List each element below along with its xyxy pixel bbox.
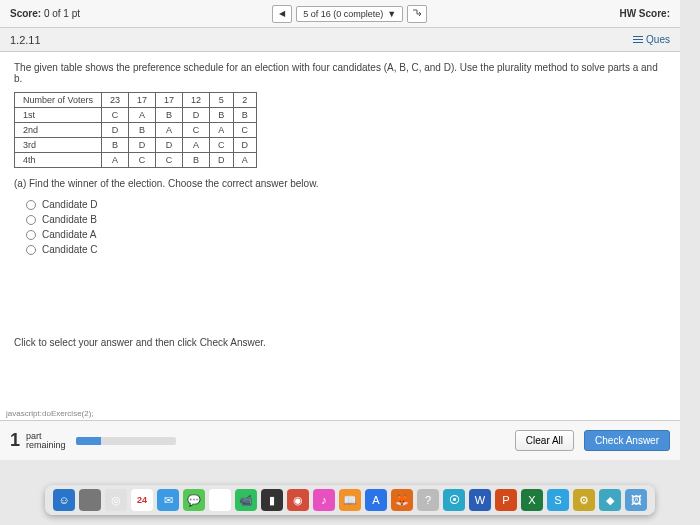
table-cell: C (183, 123, 210, 138)
table-cell: A (183, 138, 210, 153)
part-a-prompt: (a) Find the winner of the election. Cho… (14, 178, 666, 189)
table-cell: C (210, 138, 234, 153)
option-label: Candidate C (42, 244, 98, 255)
nav-controls: ◀ 5 of 16 (0 complete) ▼ (272, 5, 427, 23)
parts-label-2: remaining (26, 441, 66, 450)
table-row: 2ndDBACAC (15, 123, 257, 138)
parts-remaining: 1 part remaining (10, 430, 66, 451)
radio-icon (26, 245, 36, 255)
list-icon (633, 36, 643, 44)
app-window: Score: 0 of 1 pt ◀ 5 of 16 (0 complete) … (0, 0, 680, 460)
progress-dropdown[interactable]: 5 of 16 (0 complete) ▼ (296, 6, 403, 22)
table-row: 4thACCBDA (15, 153, 257, 168)
dock-terminal-icon[interactable]: ▮ (261, 489, 283, 511)
progress-text: 5 of 16 (0 complete) (303, 9, 383, 19)
option-label: Candidate B (42, 214, 97, 225)
hw-score-display: HW Score: (619, 8, 670, 19)
table-header-cell: 17 (156, 93, 183, 108)
table-cell: B (156, 108, 183, 123)
table-cell: C (156, 153, 183, 168)
answer-options: Candidate DCandidate BCandidate ACandida… (26, 197, 666, 257)
dock-powerpoint-icon[interactable]: P (495, 489, 517, 511)
table-cell: A (102, 153, 129, 168)
table-cell: D (210, 153, 234, 168)
table-header-cell: 12 (183, 93, 210, 108)
dock-photos-icon[interactable]: ✿ (209, 489, 231, 511)
question-number: 1.2.11 (10, 34, 41, 46)
table-header-cell: 5 (210, 93, 234, 108)
table-cell: 3rd (15, 138, 102, 153)
table-header-cell: 17 (129, 93, 156, 108)
table-cell: C (233, 123, 257, 138)
score-display: Score: 0 of 1 pt (10, 8, 80, 19)
table-cell: B (183, 153, 210, 168)
preference-table: Number of Voters2317171252 1stCABDBB2ndD… (14, 92, 257, 168)
question-help-link[interactable]: Ques (633, 34, 670, 45)
score-label: Score: (10, 8, 41, 19)
dock-app2-icon[interactable]: ⚙ (573, 489, 595, 511)
score-value: 0 of 1 pt (44, 8, 80, 19)
dock-preview-icon[interactable]: 🖼 (625, 489, 647, 511)
table-header-cell: 2 (233, 93, 257, 108)
table-cell: D (156, 138, 183, 153)
dock-word-icon[interactable]: W (469, 489, 491, 511)
question-content: The given table shows the preference sch… (0, 52, 680, 420)
dock-ibooks-icon[interactable]: 📖 (339, 489, 361, 511)
table-cell: B (129, 123, 156, 138)
dock-facetime-icon[interactable]: 📹 (235, 489, 257, 511)
answer-option[interactable]: Candidate D (26, 197, 666, 212)
dock-appstore-icon[interactable]: A (365, 489, 387, 511)
table-cell: D (102, 123, 129, 138)
dock-mail-icon[interactable]: ✉ (157, 489, 179, 511)
radio-icon (26, 230, 36, 240)
table-cell: C (129, 153, 156, 168)
answer-option[interactable]: Candidate C (26, 242, 666, 257)
dock-skype-icon[interactable]: S (547, 489, 569, 511)
table-row: 1stCABDBB (15, 108, 257, 123)
table-cell: B (210, 108, 234, 123)
answer-option[interactable]: Candidate B (26, 212, 666, 227)
table-cell: 1st (15, 108, 102, 123)
hw-score-label: HW Score: (619, 8, 670, 19)
ques-label: Ques (646, 34, 670, 45)
table-header-cell: Number of Voters (15, 93, 102, 108)
dock-launchpad-icon[interactable] (79, 489, 101, 511)
table-row: 3rdBDDACD (15, 138, 257, 153)
dock-calendar-icon[interactable]: 24 (131, 489, 153, 511)
dock-app3-icon[interactable]: ◆ (599, 489, 621, 511)
progress-bar (76, 437, 176, 445)
table-cell: C (102, 108, 129, 123)
table-cell: A (233, 153, 257, 168)
dock-openoffice-icon[interactable]: ⦿ (443, 489, 465, 511)
dock-itunes-icon[interactable]: ♪ (313, 489, 335, 511)
table-cell: D (233, 138, 257, 153)
table-cell: B (233, 108, 257, 123)
dock-excel-icon[interactable]: X (521, 489, 543, 511)
dropdown-arrow-icon: ▼ (387, 9, 396, 19)
dock-help-icon[interactable]: ? (417, 489, 439, 511)
dock-messages-icon[interactable]: 💬 (183, 489, 205, 511)
table-cell: 2nd (15, 123, 102, 138)
table-cell: D (183, 108, 210, 123)
instruction-text: Click to select your answer and then cli… (14, 337, 666, 348)
answer-option[interactable]: Candidate A (26, 227, 666, 242)
dock-finder-icon[interactable]: ☺ (53, 489, 75, 511)
table-cell: A (156, 123, 183, 138)
table-cell: A (129, 108, 156, 123)
radio-icon (26, 215, 36, 225)
table-header-row: Number of Voters2317171252 (15, 93, 257, 108)
dock-app1-icon[interactable]: ◉ (287, 489, 309, 511)
next-button[interactable] (407, 5, 427, 23)
radio-icon (26, 200, 36, 210)
dock-safari-icon[interactable]: ◎ (105, 489, 127, 511)
footer-bar: 1 part remaining Clear All Check Answer (0, 420, 680, 460)
table-cell: D (129, 138, 156, 153)
dock-firefox-icon[interactable]: 🦊 (391, 489, 413, 511)
parts-count: 1 (10, 430, 20, 451)
problem-description: The given table shows the preference sch… (14, 62, 666, 84)
prev-button[interactable]: ◀ (272, 5, 292, 23)
check-answer-button[interactable]: Check Answer (584, 430, 670, 451)
option-label: Candidate A (42, 229, 97, 240)
clear-all-button[interactable]: Clear All (515, 430, 574, 451)
macos-dock: ☺◎24✉💬✿📹▮◉♪📖A🦊?⦿WPXS⚙◆🖼 (45, 485, 655, 515)
